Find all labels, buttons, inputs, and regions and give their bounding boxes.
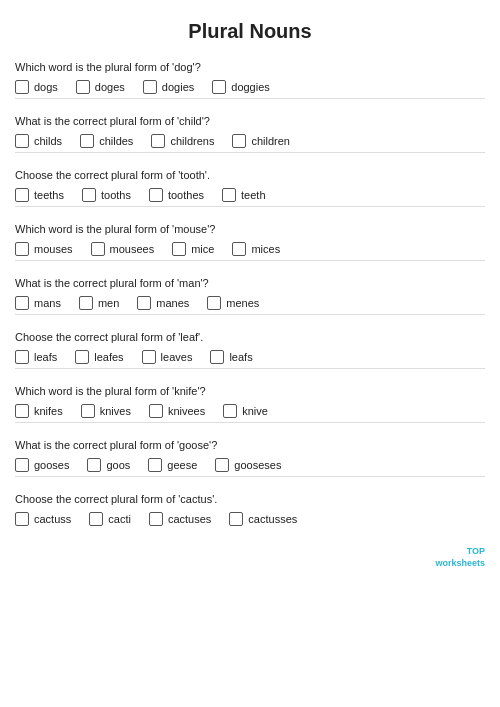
checkbox-4-4[interactable] [232, 242, 246, 256]
option-8-3[interactable]: geese [148, 458, 197, 472]
option-label-6-2: leafes [94, 351, 123, 363]
option-label-7-4: knive [242, 405, 268, 417]
checkbox-6-4[interactable] [210, 350, 224, 364]
question-block-9: Choose the correct plural form of 'cactu… [15, 493, 485, 526]
divider-2 [15, 152, 485, 153]
option-4-3[interactable]: mice [172, 242, 214, 256]
option-4-1[interactable]: mouses [15, 242, 73, 256]
option-1-3[interactable]: dogies [143, 80, 194, 94]
option-3-4[interactable]: teeth [222, 188, 265, 202]
page-title: Plural Nouns [15, 20, 485, 43]
option-5-2[interactable]: men [79, 296, 119, 310]
checkbox-5-2[interactable] [79, 296, 93, 310]
option-6-1[interactable]: leafs [15, 350, 57, 364]
divider-6 [15, 368, 485, 369]
checkbox-8-1[interactable] [15, 458, 29, 472]
option-9-4[interactable]: cactusses [229, 512, 297, 526]
option-5-1[interactable]: mans [15, 296, 61, 310]
question-text-5: What is the correct plural form of 'man'… [15, 277, 485, 289]
checkbox-6-2[interactable] [75, 350, 89, 364]
option-3-1[interactable]: teeths [15, 188, 64, 202]
option-1-1[interactable]: dogs [15, 80, 58, 94]
option-7-4[interactable]: knive [223, 404, 268, 418]
checkbox-5-1[interactable] [15, 296, 29, 310]
option-9-2[interactable]: cacti [89, 512, 131, 526]
option-label-4-1: mouses [34, 243, 73, 255]
checkbox-3-4[interactable] [222, 188, 236, 202]
option-6-3[interactable]: leaves [142, 350, 193, 364]
options-row-8: goosesgoosgeesegooseses [15, 458, 485, 472]
checkbox-7-3[interactable] [149, 404, 163, 418]
footer-line2: worksheets [15, 558, 485, 570]
option-8-2[interactable]: goos [87, 458, 130, 472]
option-2-3[interactable]: childrens [151, 134, 214, 148]
option-label-6-3: leaves [161, 351, 193, 363]
option-7-1[interactable]: knifes [15, 404, 63, 418]
options-row-6: leafsleafesleavesleafs [15, 350, 485, 364]
option-6-2[interactable]: leafes [75, 350, 123, 364]
checkbox-9-3[interactable] [149, 512, 163, 526]
checkbox-1-1[interactable] [15, 80, 29, 94]
option-9-1[interactable]: cactuss [15, 512, 71, 526]
checkbox-4-1[interactable] [15, 242, 29, 256]
checkbox-8-2[interactable] [87, 458, 101, 472]
checkbox-3-3[interactable] [149, 188, 163, 202]
option-4-4[interactable]: mices [232, 242, 280, 256]
option-label-8-3: geese [167, 459, 197, 471]
checkbox-9-2[interactable] [89, 512, 103, 526]
checkbox-2-3[interactable] [151, 134, 165, 148]
checkbox-6-1[interactable] [15, 350, 29, 364]
checkbox-2-2[interactable] [80, 134, 94, 148]
option-2-1[interactable]: childs [15, 134, 62, 148]
checkbox-7-2[interactable] [81, 404, 95, 418]
checkbox-5-3[interactable] [137, 296, 151, 310]
option-label-3-2: tooths [101, 189, 131, 201]
divider-1 [15, 98, 485, 99]
question-block-7: Which word is the plural form of 'knife'… [15, 385, 485, 423]
option-2-2[interactable]: childes [80, 134, 133, 148]
option-8-1[interactable]: gooses [15, 458, 69, 472]
checkbox-2-1[interactable] [15, 134, 29, 148]
option-8-4[interactable]: gooseses [215, 458, 281, 472]
option-5-3[interactable]: manes [137, 296, 189, 310]
checkbox-9-1[interactable] [15, 512, 29, 526]
option-label-7-2: knives [100, 405, 131, 417]
option-2-4[interactable]: children [232, 134, 290, 148]
checkbox-1-4[interactable] [212, 80, 226, 94]
option-label-1-4: doggies [231, 81, 270, 93]
option-label-2-4: children [251, 135, 290, 147]
option-7-2[interactable]: knives [81, 404, 131, 418]
option-3-2[interactable]: tooths [82, 188, 131, 202]
option-5-4[interactable]: menes [207, 296, 259, 310]
checkbox-1-3[interactable] [143, 80, 157, 94]
checkbox-9-4[interactable] [229, 512, 243, 526]
checkbox-5-4[interactable] [207, 296, 221, 310]
footer: TOP worksheets [15, 546, 485, 569]
checkbox-1-2[interactable] [76, 80, 90, 94]
option-9-3[interactable]: cactuses [149, 512, 211, 526]
option-label-1-1: dogs [34, 81, 58, 93]
option-1-2[interactable]: doges [76, 80, 125, 94]
option-6-4[interactable]: leafs [210, 350, 252, 364]
checkbox-3-1[interactable] [15, 188, 29, 202]
checkbox-2-4[interactable] [232, 134, 246, 148]
option-label-3-4: teeth [241, 189, 265, 201]
checkbox-8-3[interactable] [148, 458, 162, 472]
options-row-1: dogsdogesdogiesdoggies [15, 80, 485, 94]
questions-container: Which word is the plural form of 'dog'?d… [15, 61, 485, 526]
options-row-5: mansmenmanesmenes [15, 296, 485, 310]
option-label-6-1: leafs [34, 351, 57, 363]
checkbox-7-4[interactable] [223, 404, 237, 418]
option-4-2[interactable]: mousees [91, 242, 155, 256]
checkbox-6-3[interactable] [142, 350, 156, 364]
checkbox-7-1[interactable] [15, 404, 29, 418]
option-3-3[interactable]: toothes [149, 188, 204, 202]
checkbox-8-4[interactable] [215, 458, 229, 472]
option-7-3[interactable]: knivees [149, 404, 205, 418]
option-1-4[interactable]: doggies [212, 80, 270, 94]
checkbox-4-2[interactable] [91, 242, 105, 256]
checkbox-4-3[interactable] [172, 242, 186, 256]
option-label-8-4: gooseses [234, 459, 281, 471]
option-label-5-2: men [98, 297, 119, 309]
checkbox-3-2[interactable] [82, 188, 96, 202]
